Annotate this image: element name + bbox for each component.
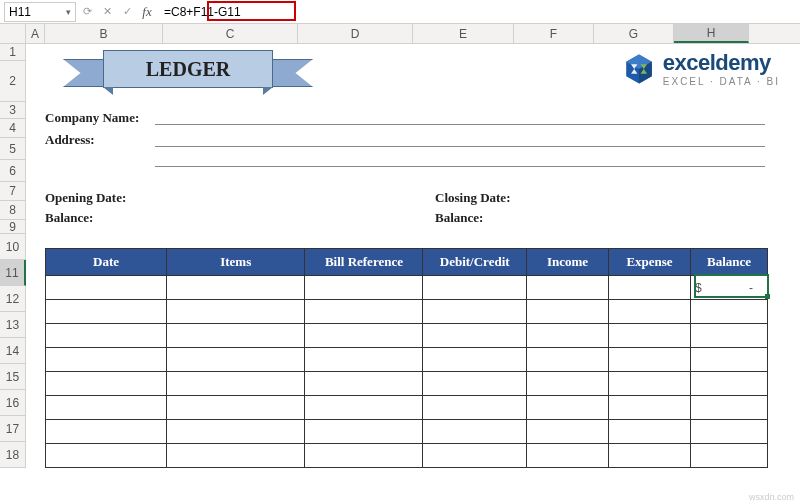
- row-headers: 1 2 3 4 5 6 7 8 9 10 11 12 13 14 15 16 1…: [0, 44, 26, 468]
- table-row[interactable]: [46, 324, 768, 348]
- closing-date-label: Closing Date:: [435, 190, 510, 206]
- table-row[interactable]: [46, 420, 768, 444]
- row-header[interactable]: 1: [0, 44, 26, 61]
- table-row[interactable]: [46, 372, 768, 396]
- col-header[interactable]: G: [594, 24, 674, 43]
- brand-sub: EXCEL · DATA · BI: [663, 76, 780, 87]
- table-row[interactable]: $-: [46, 276, 768, 300]
- closing-balance-label: Balance:: [435, 210, 483, 226]
- col-header[interactable]: F: [514, 24, 594, 43]
- table-row[interactable]: [46, 444, 768, 468]
- chevron-down-icon[interactable]: ▾: [66, 7, 71, 17]
- col-header[interactable]: E: [413, 24, 514, 43]
- th-expense[interactable]: Expense: [609, 249, 691, 276]
- row-header[interactable]: 4: [0, 119, 26, 138]
- brand-logo-block: exceldemy EXCEL · DATA · BI: [623, 50, 780, 87]
- col-header[interactable]: H: [674, 24, 749, 43]
- th-bill[interactable]: Bill Reference: [305, 249, 423, 276]
- select-all-corner[interactable]: [0, 24, 26, 43]
- row-header[interactable]: 17: [0, 416, 26, 442]
- th-balance[interactable]: Balance: [691, 249, 768, 276]
- row-header[interactable]: 8: [0, 201, 26, 220]
- row-header[interactable]: 5: [0, 138, 26, 160]
- ledger-banner: LEDGER: [63, 50, 313, 90]
- row-header[interactable]: 18: [0, 442, 26, 468]
- table-row[interactable]: [46, 348, 768, 372]
- col-header[interactable]: D: [298, 24, 413, 43]
- table-row[interactable]: [46, 396, 768, 420]
- brand-name: exceldemy: [663, 50, 780, 76]
- column-headers: A B C D E F G H: [0, 24, 800, 44]
- ledger-table: Date Items Bill Reference Debit/Credit I…: [45, 248, 768, 468]
- th-dc[interactable]: Debit/Credit: [423, 249, 527, 276]
- row-header[interactable]: 6: [0, 160, 26, 182]
- banner-title: LEDGER: [103, 50, 273, 88]
- name-box-value: H11: [9, 5, 31, 19]
- th-date[interactable]: Date: [46, 249, 167, 276]
- col-header[interactable]: C: [163, 24, 298, 43]
- formula-highlight-box: [207, 1, 296, 21]
- col-header[interactable]: B: [45, 24, 163, 43]
- table-row[interactable]: [46, 300, 768, 324]
- address-label: Address:: [45, 132, 95, 148]
- address-line2: [155, 166, 765, 167]
- opening-balance-label: Balance:: [45, 210, 93, 226]
- company-name-label: Company Name:: [45, 110, 139, 126]
- row-header[interactable]: 14: [0, 338, 26, 364]
- row-header[interactable]: 7: [0, 182, 26, 201]
- enter-icon[interactable]: ✓: [118, 3, 136, 21]
- cancel-icon[interactable]: ✕: [98, 3, 116, 21]
- history-icon[interactable]: ⟳: [78, 3, 96, 21]
- row-header[interactable]: 9: [0, 220, 26, 234]
- watermark: wsxdn.com: [749, 492, 794, 502]
- formula-bar: H11 ▾ ⟳ ✕ ✓ fx =C8+F11-G11: [0, 0, 800, 24]
- row-header[interactable]: 16: [0, 390, 26, 416]
- row-header[interactable]: 3: [0, 102, 26, 119]
- fx-icon[interactable]: fx: [138, 3, 156, 21]
- row-header[interactable]: 13: [0, 312, 26, 338]
- row-header[interactable]: 10: [0, 234, 26, 260]
- col-header[interactable]: A: [26, 24, 45, 43]
- row-header[interactable]: 15: [0, 364, 26, 390]
- address-line1: [155, 146, 765, 147]
- th-items[interactable]: Items: [167, 249, 305, 276]
- opening-date-label: Opening Date:: [45, 190, 126, 206]
- cell-balance-first[interactable]: $-: [691, 276, 768, 300]
- row-header[interactable]: 12: [0, 286, 26, 312]
- name-box[interactable]: H11 ▾: [4, 2, 76, 22]
- row-header[interactable]: 2: [0, 61, 26, 102]
- company-name-line: [155, 124, 765, 125]
- row-header[interactable]: 11: [0, 260, 26, 286]
- th-income[interactable]: Income: [526, 249, 608, 276]
- exceldemy-logo-icon: [623, 53, 655, 85]
